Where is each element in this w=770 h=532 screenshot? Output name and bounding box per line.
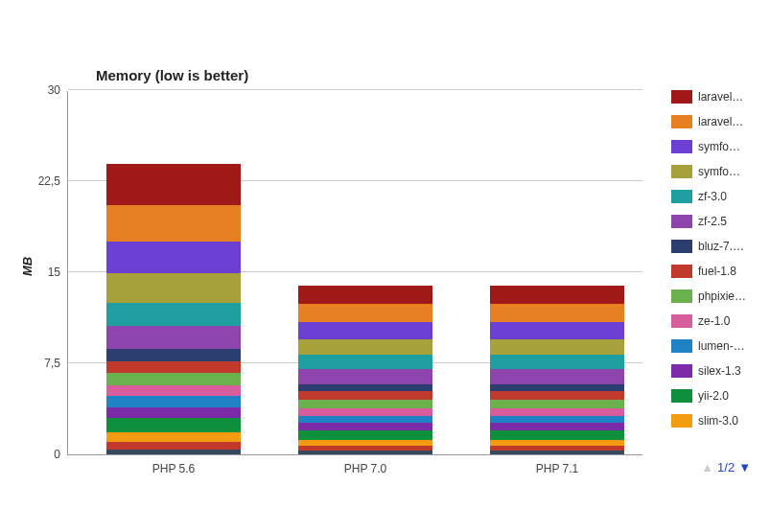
legend-label: symfo… xyxy=(698,140,756,153)
legend-swatch xyxy=(671,339,692,353)
pager-prev-icon: ▲ xyxy=(701,460,713,474)
x-tick-label: PHP 7.0 xyxy=(298,462,432,475)
bar-segment[interactable] xyxy=(106,164,241,205)
plot-area: 07,51522,530PHP 5.6PHP 7.0PHP 7.1 xyxy=(67,91,642,455)
legend-item[interactable]: lumen-… xyxy=(671,335,762,357)
bar-segment[interactable] xyxy=(106,442,241,450)
bar-segment[interactable] xyxy=(490,355,624,369)
legend-item[interactable]: slim-3.0 xyxy=(671,410,762,431)
bar-segment[interactable] xyxy=(298,451,432,454)
legend-item[interactable]: silex-1.3 xyxy=(671,360,762,382)
bar-segment[interactable] xyxy=(106,361,241,374)
legend-label: zf-2.5 xyxy=(698,215,756,228)
legend-label: bluz-7.… xyxy=(698,240,756,253)
legend-label: yii-2.0 xyxy=(698,389,756,403)
gridline xyxy=(68,89,642,90)
y-tick-label: 15 xyxy=(48,266,60,279)
bar-segment[interactable] xyxy=(298,430,432,440)
y-tick-label: 30 xyxy=(48,83,60,97)
bar-segment[interactable] xyxy=(298,369,432,383)
legend-label: slim-3.0 xyxy=(698,414,756,428)
legend-swatch xyxy=(671,389,692,403)
bar-segment[interactable] xyxy=(298,423,432,430)
legend: laravel…laravel…symfo…symfo…zf-3.0zf-2.5… xyxy=(671,86,762,435)
chart-title: Memory (low is better) xyxy=(96,67,248,83)
bar-segment[interactable] xyxy=(298,304,432,322)
bar-segment[interactable] xyxy=(298,400,432,408)
legend-swatch xyxy=(671,90,692,104)
bar-segment[interactable] xyxy=(106,385,241,396)
x-tick-label: PHP 7.1 xyxy=(490,462,624,475)
legend-swatch xyxy=(671,215,692,228)
bar-segment[interactable] xyxy=(490,391,624,400)
bar-segment[interactable] xyxy=(106,396,241,406)
legend-item[interactable]: fuel-1.8 xyxy=(671,261,762,282)
bar-segment[interactable] xyxy=(490,451,624,454)
bar-segment[interactable] xyxy=(490,384,624,392)
bar-segment[interactable] xyxy=(490,430,624,440)
y-tick-label: 22,5 xyxy=(38,174,60,188)
bar-segment[interactable] xyxy=(106,407,241,418)
bar-stack xyxy=(298,286,432,454)
legend-item[interactable]: symfo… xyxy=(671,161,762,182)
bar-segment[interactable] xyxy=(298,391,432,400)
bar-segment[interactable] xyxy=(298,286,432,304)
bar-segment[interactable] xyxy=(298,339,432,355)
bar-segment[interactable] xyxy=(106,432,241,442)
y-axis-label: MB xyxy=(20,256,35,275)
bar-segment[interactable] xyxy=(106,450,241,454)
legend-label: ze-1.0 xyxy=(698,314,756,328)
bar-segment[interactable] xyxy=(106,273,241,302)
bar-segment[interactable] xyxy=(298,408,432,416)
legend-swatch xyxy=(671,165,692,178)
bar-stack xyxy=(490,286,624,454)
bar-stack xyxy=(106,164,241,454)
legend-item[interactable]: laravel… xyxy=(671,111,762,132)
legend-swatch xyxy=(671,314,692,328)
legend-swatch xyxy=(671,414,692,428)
bar-segment[interactable] xyxy=(106,205,241,242)
bar-segment[interactable] xyxy=(490,416,624,424)
bar-segment[interactable] xyxy=(490,304,624,322)
bar-segment[interactable] xyxy=(106,349,241,361)
bar-segment[interactable] xyxy=(106,242,241,273)
bar-segment[interactable] xyxy=(106,303,241,326)
legend-item[interactable]: zf-2.5 xyxy=(671,211,762,232)
bar-segment[interactable] xyxy=(490,286,624,304)
legend-label: phpixie… xyxy=(698,289,756,303)
bar-segment[interactable] xyxy=(490,400,624,408)
legend-swatch xyxy=(671,140,692,153)
legend-label: laravel… xyxy=(698,115,756,128)
bar-segment[interactable] xyxy=(490,423,624,430)
legend-item[interactable]: zf-3.0 xyxy=(671,186,762,207)
legend-item[interactable]: symfo… xyxy=(671,136,762,157)
chart-container: Memory (low is better) MB 07,51522,530PH… xyxy=(0,0,770,532)
pager-next-icon[interactable]: ▼ xyxy=(738,460,751,474)
bar-segment[interactable] xyxy=(298,322,432,339)
legend-swatch xyxy=(671,190,692,203)
legend-label: fuel-1.8 xyxy=(698,265,756,278)
legend-item[interactable]: bluz-7.… xyxy=(671,236,762,257)
legend-swatch xyxy=(671,115,692,128)
bar-segment[interactable] xyxy=(106,326,241,349)
bar-segment[interactable] xyxy=(490,339,624,355)
legend-item[interactable]: ze-1.0 xyxy=(671,311,762,332)
legend-swatch xyxy=(671,240,692,253)
pager-page[interactable]: 1/2 xyxy=(717,460,735,474)
bar-segment[interactable] xyxy=(490,408,624,416)
legend-swatch xyxy=(671,265,692,278)
legend-pager: ▲ 1/2 ▼ xyxy=(701,460,751,474)
bar-segment[interactable] xyxy=(298,384,432,392)
legend-item[interactable]: laravel… xyxy=(671,86,762,107)
legend-label: silex-1.3 xyxy=(698,364,756,378)
y-tick-label: 0 xyxy=(54,448,60,461)
bar-segment[interactable] xyxy=(298,416,432,424)
bar-segment[interactable] xyxy=(106,418,241,432)
bar-segment[interactable] xyxy=(106,373,241,385)
bar-segment[interactable] xyxy=(298,355,432,369)
bar-segment[interactable] xyxy=(490,369,624,383)
legend-item[interactable]: yii-2.0 xyxy=(671,385,762,406)
legend-item[interactable]: phpixie… xyxy=(671,286,762,307)
bar-segment[interactable] xyxy=(490,322,624,339)
legend-swatch xyxy=(671,364,692,378)
